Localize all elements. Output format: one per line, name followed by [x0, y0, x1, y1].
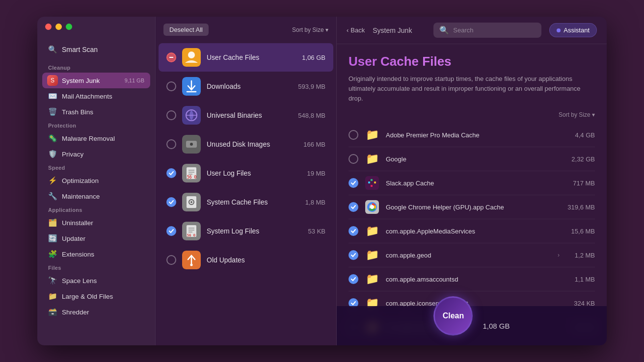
sort-by-size-label[interactable]: Sort by Size ▾: [292, 26, 328, 33]
downloads-icon: [182, 77, 201, 96]
clean-button[interactable]: Clean: [433, 296, 473, 336]
check-adobe[interactable]: [349, 130, 358, 140]
system-cache-icon: [182, 193, 201, 211]
cache-item-slack[interactable]: Slack.app Cache 717 MB: [349, 171, 595, 195]
content-title: User Cache Files: [349, 54, 595, 69]
sidebar-item-privacy[interactable]: 🛡️ Privacy: [42, 146, 150, 162]
check-downloads[interactable]: [166, 81, 176, 91]
svg-point-10: [190, 143, 193, 146]
section-label-applications: Applications: [42, 204, 150, 215]
search-input[interactable]: [453, 26, 536, 34]
cache-item-adobe[interactable]: 📁 Adobe Premier Pro Media Cache 4,4 GB: [349, 123, 595, 147]
cache-item-apple-media[interactable]: 📁 com.apple.AppleMediaServices 15,6 MB: [349, 219, 595, 243]
cache-item-chrome-gpu[interactable]: Google Chrome Helper (GPU).app Cache 319…: [349, 195, 595, 219]
list-item-user-cache[interactable]: User Cache Files 1,06 GB: [159, 43, 333, 72]
cache-item-google[interactable]: 📁 Google 2,32 GB: [349, 147, 595, 171]
universal-binaries-size: 548,8 MB: [298, 112, 325, 119]
extensions-icon: 🧩: [48, 250, 57, 259]
sidebar-item-mail-attachments[interactable]: ✉️ Mail Attachments: [42, 88, 150, 104]
list-item-old-updates[interactable]: Old Updates: [159, 246, 333, 274]
minimize-button[interactable]: [55, 24, 62, 30]
sidebar-item-malware-removal[interactable]: 🦠 Malware Removal: [42, 130, 150, 146]
back-button[interactable]: ‹ Back: [347, 26, 365, 34]
mail-icon: ✉️: [48, 92, 57, 101]
sidebar-item-large-old-files[interactable]: 📁 Large & Old Files: [42, 288, 150, 304]
sidebar-item-uninstaller[interactable]: 🗂️ Uninstaller: [42, 215, 150, 231]
check-minus-user-cache[interactable]: [166, 52, 176, 62]
check-old-updates[interactable]: [166, 255, 176, 265]
check-user-log[interactable]: [166, 168, 176, 178]
svg-rect-31: [371, 179, 373, 181]
user-cache-icon: [182, 48, 201, 67]
chrome-gpu-size: 319,6 MB: [565, 204, 595, 211]
folder-google-icon: 📁: [364, 151, 380, 167]
sidebar-item-label: Updater: [62, 235, 85, 242]
search-box: 🔍: [433, 23, 541, 38]
right-panel: ‹ Back System Junk 🔍 Assistant User Cach…: [337, 17, 607, 345]
adobe-cache-size: 4,4 GB: [565, 131, 595, 139]
breadcrumb: System Junk: [373, 26, 412, 34]
check-universal-binaries[interactable]: [166, 110, 176, 120]
sidebar-item-label: Privacy: [62, 151, 83, 158]
slack-size: 717 MB: [565, 180, 595, 187]
maximize-button[interactable]: [66, 24, 72, 30]
folder-adobe-icon: 📁: [364, 127, 380, 143]
folder-apple-geod-icon: 📁: [364, 247, 380, 263]
check-system-cache[interactable]: [166, 197, 176, 207]
folder-apple-ams-icon: 📁: [364, 271, 380, 287]
list-item-universal-binaries[interactable]: Universal Binaries 548,8 MB: [159, 101, 333, 129]
sidebar-item-system-junk[interactable]: S System Junk 9,11 GB: [42, 73, 150, 88]
sidebar-item-smart-scan[interactable]: 🔍 Smart Scan: [42, 41, 150, 58]
sidebar-item-maintenance[interactable]: 🔧 Maintenance: [42, 188, 150, 204]
list-item-unused-disk[interactable]: Unused Disk Images 166 MB: [159, 130, 333, 158]
cache-item-apple-geod[interactable]: 📁 com.apple.geod › 1,2 MB: [349, 243, 595, 267]
user-log-icon: 56 0: [182, 164, 201, 182]
clean-size-label: 1,08 GB: [483, 322, 510, 330]
downloads-size: 593,9 MB: [298, 83, 325, 90]
svg-rect-32: [374, 181, 376, 183]
updater-icon: 🔄: [48, 234, 57, 243]
sidebar-item-extensions[interactable]: 🧩 Extensions: [42, 246, 150, 262]
system-log-name: System Log Files: [207, 227, 302, 235]
smart-scan-icon: 🔍: [48, 45, 57, 54]
middle-panel: Deselect All Sort by Size ▾ User Cache F…: [155, 17, 337, 345]
assistant-button[interactable]: Assistant: [549, 23, 597, 37]
sidebar-item-label: Space Lens: [62, 277, 97, 284]
smart-scan-label: Smart Scan: [62, 46, 98, 53]
check-apple-media[interactable]: [349, 226, 358, 236]
list-item-system-log[interactable]: 56 0 System Log Files 53 KB: [159, 217, 333, 245]
system-log-icon: 56 0: [182, 222, 201, 240]
optimization-icon: ⚡: [48, 176, 57, 185]
sidebar-item-trash-bins[interactable]: 🗑️ Trash Bins: [42, 104, 150, 120]
sidebar-item-space-lens[interactable]: 🔭 Space Lens: [42, 273, 150, 288]
right-sort-label[interactable]: Sort by Size ▾: [349, 111, 595, 118]
clean-bar: Clean 1,08 GB: [337, 306, 607, 345]
large-files-icon: 📁: [48, 292, 57, 301]
assistant-dot-icon: [557, 28, 561, 32]
check-apple-geod[interactable]: [349, 250, 358, 260]
system-cache-name: System Cache Files: [207, 198, 299, 206]
close-button[interactable]: [45, 24, 52, 30]
check-chrome-gpu[interactable]: [349, 202, 358, 212]
svg-text:56 0: 56 0: [187, 233, 195, 237]
list-item-system-cache[interactable]: System Cache Files 1,8 MB: [159, 188, 333, 216]
list-item-downloads[interactable]: Downloads 593,9 MB: [159, 72, 333, 101]
list-item-user-log[interactable]: 56 0 User Log Files 19 MB: [159, 159, 333, 187]
check-slack[interactable]: [349, 178, 358, 188]
deselect-all-button[interactable]: Deselect All: [163, 24, 209, 36]
space-lens-icon: 🔭: [48, 276, 57, 285]
cache-item-apple-ams[interactable]: 📁 com.apple.amsaccountsd 1,1 MB: [349, 267, 595, 291]
sidebar-item-updater[interactable]: 🔄 Updater: [42, 231, 150, 246]
sidebar-item-optimization[interactable]: ⚡ Optimization: [42, 173, 150, 188]
check-apple-ams[interactable]: [349, 274, 358, 284]
sidebar-item-label: Malware Removal: [62, 135, 115, 142]
sidebar-item-label: System Junk: [62, 77, 100, 84]
check-google[interactable]: [349, 154, 358, 164]
slack-name: Slack.app Cache: [386, 180, 560, 187]
traffic-lights: [45, 24, 72, 30]
sidebar-item-shredder[interactable]: 🗃️ Shredder: [42, 304, 150, 320]
check-system-log[interactable]: [166, 226, 176, 236]
system-junk-icon: S: [48, 76, 57, 85]
malware-icon: 🦠: [48, 134, 57, 143]
check-unused-disk[interactable]: [166, 139, 176, 149]
